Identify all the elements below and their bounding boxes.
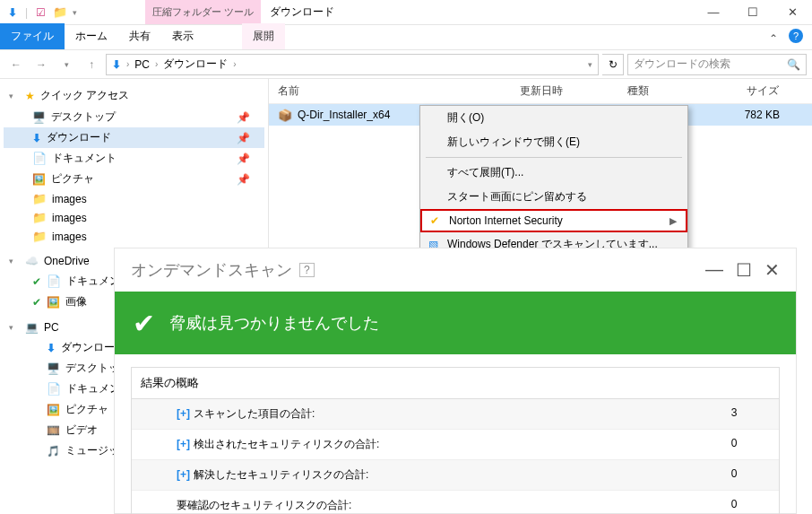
tab-file[interactable]: ファイル [0, 23, 65, 49]
norton-row: [+]検出されたセキュリティリスクの合計: 0 [132, 430, 779, 460]
sidebar-item-label: images [52, 193, 87, 205]
documents-icon [47, 382, 61, 396]
sidebar-item-label: ピクチャ [51, 171, 94, 187]
sidebar-item-downloads[interactable]: ダウンロード📌 [4, 127, 264, 148]
quick-access-icon [25, 90, 35, 102]
breadcrumb-pc[interactable]: PC [134, 58, 150, 71]
folder-icon [32, 230, 47, 243]
breadcrumb-downloads[interactable]: ダウンロード [163, 57, 228, 72]
sidebar-item-label: デスクトップ [51, 109, 116, 125]
norton-minimize-button[interactable]: — [705, 259, 723, 281]
sidebar-item-label: images [52, 212, 87, 224]
ctx-open-new-window[interactable]: 新しいウィンドウで開く(E) [420, 130, 687, 154]
chevron-right-icon[interactable]: › [126, 59, 129, 69]
column-type[interactable]: 種類 [618, 83, 717, 99]
search-placeholder: ダウンロードの検索 [634, 57, 730, 72]
sidebar-item-pictures[interactable]: ピクチャ📌 [4, 169, 264, 189]
nav-back-button[interactable]: ← [5, 54, 27, 75]
refresh-button[interactable]: ↻ [602, 54, 624, 75]
sidebar-item-documents[interactable]: ドキュメント📌 [4, 148, 264, 169]
tab-home[interactable]: ホーム [65, 23, 118, 49]
downloads-icon [47, 342, 56, 354]
ctx-label: 新しいウィンドウで開く(E) [447, 135, 580, 150]
nav-forward-button[interactable]: → [30, 54, 52, 75]
norton-row-value: 0 [698, 437, 770, 452]
navigation-row: ← → ▾ ↑ › PC › ダウンロード › ▾ ↻ ダウンロードの検索 🔍 [0, 50, 812, 79]
window-title: ダウンロード [270, 4, 334, 20]
ctx-open[interactable]: 開く(O) [420, 106, 687, 130]
norton-scan-panel: オンデマンドスキャン ? — ☐ ✕ ✔ 脅威は見つかりませんでした 結果の概略… [115, 248, 796, 513]
ctx-label: すべて展開(T)... [447, 165, 523, 180]
norton-row-label: [+]解決したセキュリティリスクの合計: [141, 467, 698, 483]
music-icon [47, 445, 60, 457]
search-input[interactable]: ダウンロードの検索 🔍 [627, 54, 807, 75]
sidebar-item-label: images [52, 231, 87, 243]
tab-share[interactable]: 共有 [118, 23, 161, 49]
pin-icon: 📌 [237, 173, 250, 186]
minimize-button[interactable]: — [694, 0, 733, 25]
norton-title: オンデマンドスキャン [131, 259, 292, 281]
norton-banner-text: 脅威は見つかりませんでした [169, 312, 379, 334]
expand-icon[interactable]: [+] [177, 468, 190, 481]
onedrive-icon [25, 255, 39, 267]
folder-icon [32, 192, 47, 205]
norton-row: 要確認のセキュリティリスクの合計: 0 [132, 491, 779, 514]
ribbon: ファイル ホーム 共有 表示 展開 ⌃ ? [0, 25, 812, 50]
qat-check-icon[interactable]: ☑ [33, 5, 48, 20]
sidebar-item-images[interactable]: images [4, 189, 264, 208]
column-size[interactable]: サイズ [717, 83, 789, 99]
nav-recent-dropdown[interactable]: ▾ [56, 54, 77, 75]
check-icon: ✔ [133, 308, 155, 339]
qat-folder-icon[interactable] [53, 5, 67, 20]
file-size-cell: 782 KB [717, 109, 789, 121]
ctx-norton[interactable]: ✔ Norton Internet Security ▶ [420, 209, 687, 232]
ctx-separator [426, 157, 682, 158]
sidebar-quick-access[interactable]: ▾ クイック アクセス [4, 84, 264, 107]
address-dropdown-icon[interactable]: ▾ [588, 60, 592, 69]
ctx-pin-start[interactable]: スタート画面にピン留めする [420, 185, 687, 209]
norton-row-value: 3 [698, 406, 770, 422]
sidebar-item-images[interactable]: images [4, 208, 264, 227]
norton-result-banner: ✔ 脅威は見つかりませんでした [115, 292, 796, 354]
sidebar-item-desktop[interactable]: デスクトップ📌 [4, 107, 264, 127]
norton-row-text: スキャンした項目の合計: [194, 407, 315, 420]
context-menu: 開く(O) 新しいウィンドウで開く(E) すべて展開(T)... スタート画面に… [419, 105, 688, 257]
help-icon[interactable]: ? [789, 29, 803, 43]
column-name[interactable]: 名前 [269, 83, 511, 99]
pictures-icon [47, 296, 60, 309]
desktop-icon [47, 362, 60, 375]
expander-icon[interactable]: ▾ [9, 323, 20, 332]
chevron-right-icon[interactable]: › [233, 59, 236, 69]
norton-row-label: [+]スキャンした項目の合計: [141, 406, 698, 422]
sidebar-item-images[interactable]: images [4, 227, 264, 246]
address-location-icon [112, 58, 121, 71]
ctx-extract-all[interactable]: すべて展開(T)... [420, 161, 687, 185]
norton-maximize-button[interactable]: ☐ [736, 259, 752, 281]
expand-icon[interactable]: [+] [177, 438, 190, 450]
expand-icon[interactable]: [+] [177, 407, 190, 420]
norton-row-value: 0 [698, 498, 770, 513]
close-button[interactable]: ✕ [773, 0, 812, 25]
chevron-right-icon[interactable]: › [155, 59, 158, 69]
ribbon-collapse-icon[interactable]: ⌃ [769, 32, 778, 45]
sidebar-label: クイック アクセス [40, 88, 129, 103]
norton-row-text: 解決したセキュリティリスクの合計: [194, 468, 368, 481]
norton-row-text: 要確認のセキュリティリスクの合計: [177, 499, 351, 511]
documents-icon [47, 274, 61, 288]
tab-extract[interactable]: 展開 [242, 23, 285, 49]
address-bar[interactable]: › PC › ダウンロード › ▾ [106, 54, 599, 75]
column-date[interactable]: 更新日時 [511, 83, 618, 99]
norton-row: [+]解決したセキュリティリスクの合計: 0 [132, 460, 779, 491]
qat-overflow[interactable]: ▾ [73, 8, 77, 17]
maximize-button[interactable]: ☐ [733, 0, 773, 25]
downloads-icon [32, 132, 41, 144]
pc-icon [25, 321, 39, 334]
norton-close-button[interactable]: ✕ [764, 259, 780, 281]
nav-up-button[interactable]: ↑ [81, 54, 102, 75]
expander-icon[interactable]: ▾ [9, 91, 20, 100]
sidebar-item-label: ダウンロード [47, 130, 111, 145]
pin-icon: 📌 [237, 132, 250, 144]
tab-view[interactable]: 表示 [161, 23, 204, 49]
expander-icon[interactable]: ▾ [9, 257, 20, 266]
norton-help-icon[interactable]: ? [299, 263, 315, 277]
